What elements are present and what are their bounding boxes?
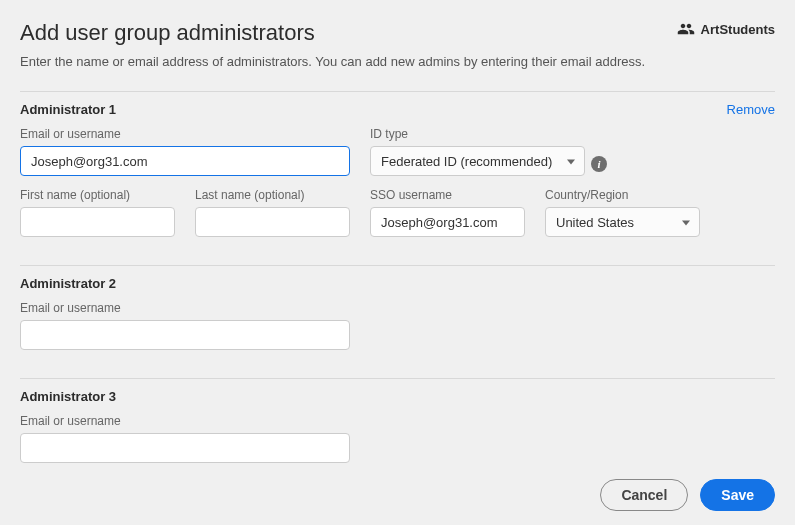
sso-username-input[interactable] bbox=[370, 207, 525, 237]
admin-2-title: Administrator 2 bbox=[20, 276, 116, 291]
email-label-3: Email or username bbox=[20, 414, 350, 428]
group-name: ArtStudents bbox=[701, 22, 775, 37]
admin-1-title: Administrator 1 bbox=[20, 102, 116, 117]
footer-buttons: Cancel Save bbox=[600, 479, 775, 511]
info-icon[interactable]: i bbox=[591, 156, 607, 172]
cancel-button[interactable]: Cancel bbox=[600, 479, 688, 511]
admin-3-title: Administrator 3 bbox=[20, 389, 116, 404]
save-button[interactable]: Save bbox=[700, 479, 775, 511]
group-badge: ArtStudents bbox=[677, 20, 775, 38]
id-type-select[interactable]: Federated ID (recommended) bbox=[370, 146, 585, 176]
email-input-3[interactable] bbox=[20, 433, 350, 463]
email-input-1[interactable] bbox=[20, 146, 350, 176]
first-name-input[interactable] bbox=[20, 207, 175, 237]
subtitle: Enter the name or email address of admin… bbox=[20, 54, 775, 69]
page-title: Add user group administrators bbox=[20, 20, 315, 46]
last-name-input[interactable] bbox=[195, 207, 350, 237]
admin-section-2: Administrator 2 Email or username bbox=[20, 266, 775, 378]
email-label-2: Email or username bbox=[20, 301, 350, 315]
country-select[interactable]: United States bbox=[545, 207, 700, 237]
admin-section-1: Administrator 1 Remove Email or username… bbox=[20, 92, 775, 265]
admin-section-3: Administrator 3 Email or username bbox=[20, 379, 775, 491]
people-icon bbox=[677, 20, 695, 38]
email-label: Email or username bbox=[20, 127, 350, 141]
remove-link[interactable]: Remove bbox=[727, 102, 775, 117]
sso-label: SSO username bbox=[370, 188, 525, 202]
first-name-label: First name (optional) bbox=[20, 188, 175, 202]
last-name-label: Last name (optional) bbox=[195, 188, 350, 202]
email-input-2[interactable] bbox=[20, 320, 350, 350]
country-label: Country/Region bbox=[545, 188, 700, 202]
id-type-label: ID type bbox=[370, 127, 585, 141]
